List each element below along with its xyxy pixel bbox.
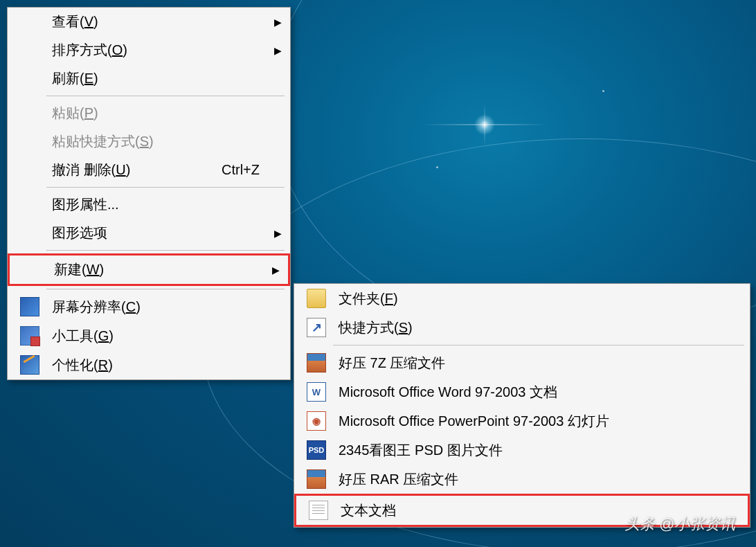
menu-separator (46, 187, 285, 188)
personalize-icon (20, 355, 39, 375)
menu-label: 粘贴快捷方式(S) (46, 132, 271, 151)
menu-label: 排序方式(O) (46, 41, 271, 60)
submenu-item-psd[interactable]: PSD 2345看图王 PSD 图片文件 (294, 436, 750, 465)
bg-dot (436, 166, 438, 168)
menu-separator (46, 250, 285, 251)
menu-label: 文件夹(F) (333, 289, 744, 308)
menu-label: 个性化(R) (46, 356, 271, 375)
archive-icon (307, 469, 326, 489)
powerpoint-icon: ◉ (307, 411, 326, 431)
submenu-item-powerpoint[interactable]: ◉ Microsoft Office PowerPoint 97-2003 幻灯… (294, 406, 750, 436)
new-submenu: 文件夹(F) ↗ 快捷方式(S) 好压 7Z 压缩文件 W Microsoft … (294, 283, 750, 528)
menu-label: 屏幕分辨率(C) (46, 298, 271, 316)
menu-item-undo-delete[interactable]: 撤消 删除(U) Ctrl+Z (8, 156, 290, 184)
menu-item-gadgets[interactable]: 小工具(G) (8, 321, 290, 350)
text-file-icon (309, 501, 328, 520)
submenu-item-shortcut[interactable]: ↗ 快捷方式(S) (294, 313, 750, 342)
submenu-item-rar[interactable]: 好压 RAR 压缩文件 (294, 465, 750, 494)
menu-label: Microsoft Office Word 97-2003 文档 (333, 383, 744, 402)
submenu-arrow-icon: ▶ (271, 45, 285, 56)
menu-item-personalize[interactable]: 个性化(R) (8, 350, 290, 379)
menu-label: 图形属性... (46, 195, 271, 214)
menu-separator (46, 289, 285, 289)
submenu-arrow-icon: ▶ (271, 17, 285, 28)
menu-separator (46, 96, 285, 96)
menu-item-sort[interactable]: 排序方式(O) ▶ (8, 36, 290, 64)
menu-label: 好压 RAR 压缩文件 (333, 470, 744, 489)
menu-item-view[interactable]: 查看(V) ▶ (8, 8, 290, 36)
menu-label: 快捷方式(S) (333, 319, 744, 337)
archive-icon (307, 353, 326, 373)
menu-label: 粘贴(P) (46, 104, 271, 123)
menu-label: 图形选项 (46, 224, 271, 242)
desktop-context-menu: 查看(V) ▶ 排序方式(O) ▶ 刷新(E) 粘贴(P) 粘贴快捷方式(S) … (7, 7, 291, 380)
menu-label: Microsoft Office PowerPoint 97-2003 幻灯片 (333, 412, 744, 431)
menu-separator (333, 345, 744, 346)
menu-item-new[interactable]: 新建(W) ▶ (8, 253, 290, 286)
psd-icon: PSD (307, 440, 326, 460)
shortcut-icon: ↗ (307, 318, 326, 337)
folder-icon (307, 289, 326, 308)
word-icon: W (307, 382, 326, 402)
menu-item-graphics-properties[interactable]: 图形属性... (8, 190, 290, 219)
screen-icon (20, 297, 39, 316)
menu-label: 2345看图王 PSD 图片文件 (333, 441, 744, 460)
submenu-arrow-icon: ▶ (271, 228, 285, 239)
menu-item-refresh[interactable]: 刷新(E) (8, 64, 290, 93)
menu-item-graphics-options[interactable]: 图形选项 ▶ (8, 219, 290, 247)
submenu-item-word[interactable]: W Microsoft Office Word 97-2003 文档 (294, 377, 750, 406)
submenu-item-7z[interactable]: 好压 7Z 压缩文件 (294, 348, 750, 377)
submenu-arrow-icon: ▶ (269, 264, 282, 276)
bg-dot (602, 90, 604, 92)
gadget-icon (20, 326, 39, 346)
menu-item-paste: 粘贴(P) (8, 99, 290, 127)
menu-label: 撤消 删除(U) (46, 161, 222, 179)
menu-shortcut: Ctrl+Z (222, 162, 271, 178)
menu-label: 小工具(G) (46, 327, 271, 346)
submenu-item-folder[interactable]: 文件夹(F) (294, 284, 750, 313)
menu-label: 查看(V) (46, 12, 271, 31)
menu-item-screen-resolution[interactable]: 屏幕分辨率(C) (8, 292, 290, 321)
menu-label: 新建(W) (48, 260, 269, 279)
watermark: 头条 @小张资讯 (624, 514, 735, 535)
menu-label: 好压 7Z 压缩文件 (333, 354, 744, 373)
bg-lens-flare (474, 114, 495, 135)
menu-item-paste-shortcut: 粘贴快捷方式(S) (8, 127, 290, 156)
menu-label: 刷新(E) (46, 69, 271, 88)
